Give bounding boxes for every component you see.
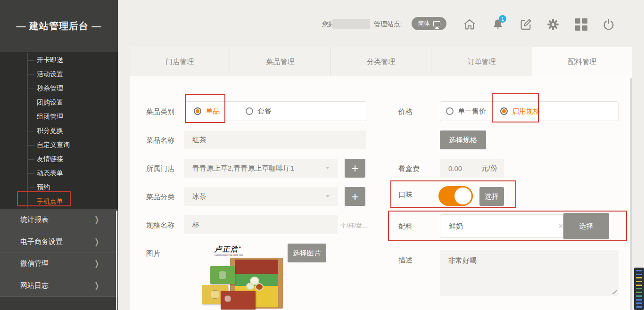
logout-power-icon[interactable] <box>602 18 615 31</box>
sidebar-scrollbar[interactable] <box>116 211 117 310</box>
sidebar-item-seckill[interactable]: 秒杀管理 <box>0 82 118 96</box>
sidebar-group-wechat[interactable]: 微信管理❯ <box>0 253 118 275</box>
tab-order-management[interactable]: 订单管理 <box>431 47 532 76</box>
flavor-toggle[interactable] <box>438 186 473 206</box>
chevron-right-icon: ❯ <box>94 281 99 291</box>
flavor-choose-button[interactable]: 选择 <box>479 187 504 206</box>
grid-square <box>575 25 580 31</box>
box-fee-input[interactable]: 0.00 元/份 <box>440 159 504 178</box>
grid-square <box>582 25 587 31</box>
tree-tick <box>27 103 34 103</box>
add-store-button[interactable]: + <box>345 159 365 178</box>
radio-label: 单一售价 <box>458 107 486 116</box>
sidebar-group-sitelog[interactable]: 网站日志❯ <box>0 275 118 297</box>
edit-icon[interactable] <box>519 18 532 31</box>
spec-name-label: 规格名称 <box>146 221 174 230</box>
sidebar-item-activity[interactable]: 活动设置 <box>0 67 118 82</box>
choose-spec-button[interactable]: 选择规格 <box>440 131 486 149</box>
dish-name-label: 菜品名称 <box>146 136 174 145</box>
sidebar-item-label: 友情链接 <box>37 155 63 163</box>
group-label: 电子商务设置 <box>20 237 63 246</box>
price-group: 单一售价 启用规格 <box>440 101 619 121</box>
language-button[interactable]: 简体 <box>412 17 446 30</box>
manage-site-label: 管理站点: <box>374 20 402 29</box>
tab-bar: 门店管理 菜品管理 分类管理 订单管理 配料管理 <box>130 47 632 76</box>
tab-store-management[interactable]: 门店管理 <box>130 47 230 76</box>
grid-square <box>575 18 580 24</box>
sidebar-item-card-gift[interactable]: 开卡即送 <box>0 53 118 67</box>
store-label: 所属门店 <box>146 164 174 173</box>
sidebar-item-links[interactable]: 友情链接 <box>0 152 118 166</box>
sidebar-item-label: 秒杀管理 <box>37 84 63 93</box>
color-meter-widget <box>634 268 644 310</box>
sidebar-item-team[interactable]: 组团管理 <box>0 110 118 124</box>
radio-single-item[interactable]: 单品 <box>194 107 220 116</box>
home-icon[interactable] <box>463 18 476 31</box>
textarea-resize-handle[interactable] <box>612 290 617 294</box>
sidebar-item-label: 开卡即送 <box>37 56 63 65</box>
radio-label: 单品 <box>206 107 220 116</box>
dish-class-select[interactable]: 冰茶 <box>184 187 338 206</box>
notifications-bell-icon[interactable]: 1 <box>491 18 504 31</box>
language-label: 简体 <box>418 19 430 28</box>
clear-icon[interactable]: × <box>558 221 563 231</box>
group-label: 统计报表 <box>20 215 49 224</box>
ingredient-input[interactable]: 鲜奶 <box>440 214 563 238</box>
sidebar-group-ecommerce[interactable]: 电子商务设置❯ <box>0 231 118 253</box>
spec-name-hint: 个/杯/盘... <box>340 221 367 230</box>
sidebar-group-statistics[interactable]: 统计报表❯ <box>0 209 118 231</box>
dish-name-input[interactable]: 红茶 <box>184 131 366 149</box>
radio-single-price[interactable]: 单一售价 <box>446 107 486 116</box>
brand-seal-dot: ● <box>239 245 242 250</box>
settings-gear-icon[interactable] <box>546 18 560 31</box>
top-header: 您好 管理站点: 简体 1 <box>118 0 644 47</box>
chevron-right-icon: ❯ <box>94 237 99 247</box>
radio-label: 启用规格 <box>512 107 540 116</box>
sidebar-item-label: 团购设置 <box>37 98 63 107</box>
sidebar-item-label: 活动设置 <box>37 70 63 79</box>
store-select[interactable]: 青青原上草2,青青原上草咖啡厅1 <box>184 159 338 178</box>
radio-circle <box>194 107 201 115</box>
description-textarea[interactable]: 非常好喝 <box>440 250 619 296</box>
app-title: — 建站管理后台 — <box>0 0 118 52</box>
chevron-down-icon: ▼ <box>324 165 331 170</box>
sidebar-item-points[interactable]: 积分兑换 <box>0 124 118 138</box>
sidebar-bottom-strip <box>0 296 118 310</box>
sidebar-item-label: 预约 <box>37 183 50 192</box>
radio-circle <box>500 107 508 115</box>
content-scrollbar[interactable] <box>630 78 632 310</box>
tab-dish-management[interactable]: 菜品管理 <box>230 47 330 76</box>
tree-tick <box>27 60 34 61</box>
radio-label: 套餐 <box>257 107 272 116</box>
sidebar: — 建站管理后台 — 开卡即送 活动设置 秒杀管理 团购设置 组团管理 积分兑换… <box>0 0 118 310</box>
chevron-right-icon: ❯ <box>94 259 99 269</box>
radio-circle <box>446 107 454 115</box>
sidebar-submenu: 开卡即送 活动设置 秒杀管理 团购设置 组团管理 积分兑换 自定义查询 友情链接… <box>0 52 118 209</box>
sidebar-item-groupbuy[interactable]: 团购设置 <box>0 96 118 110</box>
tea-cup <box>246 283 254 290</box>
brand-name: 卢正浩 <box>215 245 239 253</box>
choose-image-button[interactable]: 选择图片 <box>288 244 326 262</box>
ingredient-label: 配料 <box>398 222 413 231</box>
spec-name-input[interactable]: 杯 <box>184 215 338 234</box>
tree-tick <box>27 145 34 146</box>
add-class-button[interactable]: + <box>345 187 365 206</box>
sidebar-item-label: 积分兑换 <box>37 127 63 135</box>
box-fee-value: 0.00 <box>448 164 462 172</box>
apps-grid-icon[interactable] <box>575 18 588 31</box>
description-label: 描述 <box>398 256 413 265</box>
radio-combo[interactable]: 套餐 <box>246 107 272 116</box>
monitor-icon <box>433 21 440 26</box>
small-box-green <box>210 266 235 284</box>
sidebar-item-custom-query[interactable]: 自定义查询 <box>0 138 118 152</box>
sidebar-item-dynamic-form[interactable]: 动态表单 <box>0 166 118 180</box>
radio-enable-spec[interactable]: 启用规格 <box>500 107 540 116</box>
username-redacted <box>332 19 370 29</box>
ingredient-choose-button[interactable]: 选择 <box>563 213 609 239</box>
tab-category-management[interactable]: 分类管理 <box>331 47 431 76</box>
small-box-red <box>221 291 256 310</box>
group-label: 网站日志 <box>20 281 49 290</box>
grid-square <box>582 18 587 24</box>
chevron-down-icon: ▼ <box>324 194 331 198</box>
tab-ingredient-management[interactable]: 配料管理 <box>532 47 632 76</box>
